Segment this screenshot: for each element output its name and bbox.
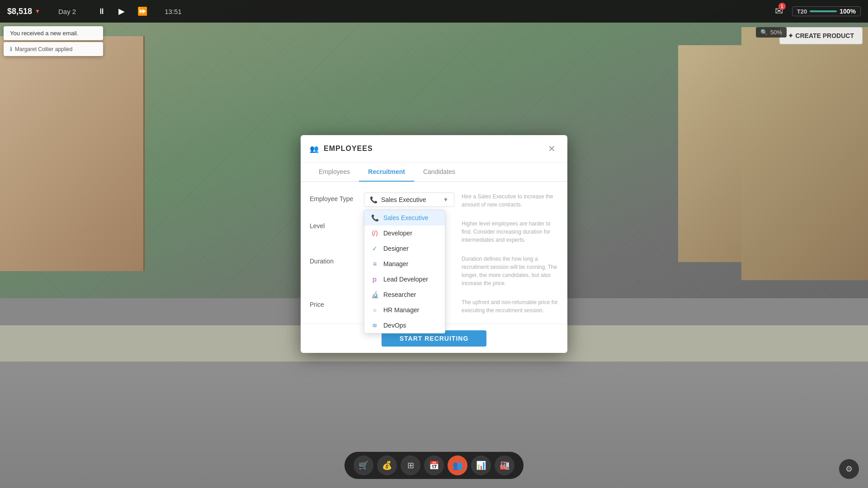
dropdown-item-designer[interactable]: ✓ Designer	[364, 241, 445, 256]
modal-tabs: Employees Recruitment Candidates	[301, 163, 567, 182]
tab-recruitment[interactable]: Recruitment	[359, 163, 414, 182]
modal-body: Employee Type 📞 Sales Executive ▼ 📞 S	[301, 182, 567, 324]
modal-title-text: EMPLOYEES	[324, 145, 373, 153]
employee-type-control: 📞 Sales Executive ▼ 📞 Sales Executive	[364, 192, 558, 209]
dropdown-item-researcher[interactable]: 🔬 Researcher	[364, 287, 445, 302]
dropdown-item-manager[interactable]: ≡ Manager	[364, 256, 445, 272]
modal-close-button[interactable]: ✕	[545, 142, 558, 155]
price-info: The upfront and non-returnable price for…	[462, 298, 558, 314]
select-icon: 📞	[370, 196, 377, 203]
modal-title-icon: 👥	[310, 145, 319, 153]
dropdown-item-sales[interactable]: 📞 Sales Executive	[364, 210, 445, 225]
select-arrow-icon: ▼	[443, 197, 448, 203]
modal-overlay: 👥 EMPLOYEES ✕ Employees Recruitment Cand…	[0, 0, 868, 488]
select-display[interactable]: 📞 Sales Executive ▼	[364, 192, 454, 207]
research-icon: 🔬	[371, 291, 379, 298]
hr-icon: ○	[371, 306, 379, 314]
sales-icon: 📞	[371, 214, 379, 221]
lead-icon: 𝕡	[371, 276, 379, 283]
level-info: Higher level employees are harder to fin…	[462, 220, 558, 244]
dropdown-label-lead-developer: Lead Developer	[383, 276, 428, 283]
modal-header: 👥 EMPLOYEES ✕	[301, 135, 567, 163]
design-icon: ✓	[371, 245, 379, 252]
duration-info: Duration defines the how long a recruitm…	[462, 255, 558, 287]
dropdown-label-hr-manager: HR Manager	[383, 306, 419, 314]
dropdown-label-developer: Developer	[383, 230, 412, 237]
devops-icon: ≋	[371, 322, 379, 329]
employee-type-info: Hire a Sales Executive to increase the a…	[462, 192, 558, 209]
employee-type-label: Employee Type	[310, 192, 355, 202]
employee-type-row: Employee Type 📞 Sales Executive ▼ 📞 S	[310, 192, 558, 209]
employees-modal: 👥 EMPLOYEES ✕ Employees Recruitment Cand…	[301, 135, 567, 353]
tab-employees[interactable]: Employees	[310, 163, 359, 182]
select-value: Sales Executive	[381, 196, 426, 203]
duration-label: Duration	[310, 255, 355, 265]
dropdown-label-devops: DevOps	[383, 322, 406, 329]
dropdown-item-devops[interactable]: ≋ DevOps	[364, 318, 445, 333]
dropdown-item-developer[interactable]: ⟨/⟩ Developer	[364, 225, 445, 241]
dropdown-label-designer: Designer	[383, 245, 409, 252]
dropdown-label-manager: Manager	[383, 260, 408, 267]
employee-type-select: 📞 Sales Executive ▼ 📞 Sales Executive	[364, 192, 454, 209]
dropdown-label-researcher: Researcher	[383, 291, 416, 298]
dev-icon: ⟨/⟩	[371, 230, 379, 237]
level-label: Level	[310, 220, 355, 230]
dropdown-label-sales: Sales Executive	[383, 214, 429, 221]
manager-icon: ≡	[371, 260, 379, 267]
price-label: Price	[310, 298, 355, 308]
dropdown-list: 📞 Sales Executive ⟨/⟩ Developer ✓ Design…	[364, 210, 445, 333]
tab-candidates[interactable]: Candidates	[414, 163, 464, 182]
modal-title: 👥 EMPLOYEES	[310, 145, 373, 153]
dropdown-item-lead-developer[interactable]: 𝕡 Lead Developer	[364, 272, 445, 287]
dropdown-item-hr-manager[interactable]: ○ HR Manager	[364, 302, 445, 318]
